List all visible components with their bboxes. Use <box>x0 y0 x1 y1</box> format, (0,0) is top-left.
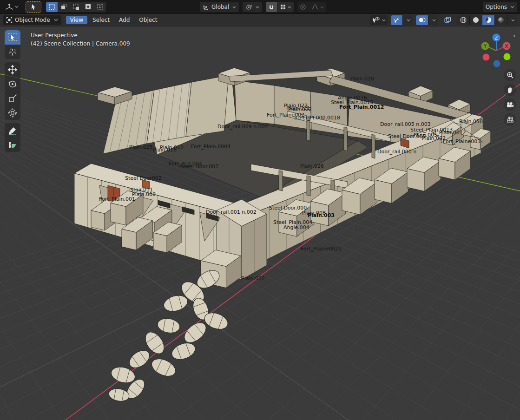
view-perspective-label: User Perspective <box>31 31 130 39</box>
toggle-orthographic-button[interactable] <box>504 113 516 126</box>
gizmo-x-label: X <box>505 44 508 49</box>
menu-item[interactable]: Select <box>88 16 114 24</box>
overlays-dropdown[interactable] <box>428 15 438 25</box>
mode-dropdown[interactable]: Object Mode <box>3 15 61 25</box>
chevron-down-icon <box>510 6 514 8</box>
gizmo-axis-y-neg[interactable] <box>504 53 511 60</box>
snap-toggle-button[interactable] <box>266 2 277 12</box>
object-label: Plain.025 <box>129 144 153 150</box>
show-object-types-dropdown[interactable] <box>370 15 388 25</box>
tool-measure-button[interactable] <box>5 138 20 152</box>
options-label: Options <box>486 4 507 10</box>
object-label: Plain.010 <box>160 144 184 151</box>
object-label: Steel Door.005 <box>388 133 426 139</box>
gizmo-z-label: Z <box>495 35 498 40</box>
tool-move-button[interactable] <box>5 62 20 77</box>
gizmos-dropdown[interactable] <box>403 15 413 25</box>
chevron-down-icon <box>382 19 386 21</box>
object-label: Steel Door.000 <box>269 205 307 211</box>
proportional-falloff-dropdown[interactable] <box>309 2 326 12</box>
chevron-down-icon <box>407 19 410 21</box>
tool-cursor-button[interactable] <box>5 45 20 59</box>
viewport-overlays-toggle[interactable] <box>416 15 428 25</box>
select-mode-invert-button[interactable] <box>82 2 94 12</box>
object-label: Fort_Plain.0004 <box>191 144 230 150</box>
tool-scale-button[interactable] <box>5 91 20 105</box>
object-label: Steel_Pl.000.0018 <box>294 115 340 121</box>
tool-select-box-button[interactable] <box>5 30 20 45</box>
toolbar <box>5 30 20 152</box>
object-label: Plain.020 <box>350 76 374 82</box>
proportional-editing-toggle[interactable] <box>297 2 309 12</box>
shading-material-preview-button[interactable] <box>482 15 495 25</box>
transform-orientation-dropdown[interactable]: Global <box>200 2 239 12</box>
object-label: Plain.003 <box>308 212 335 218</box>
editor-type-3d-viewport-icon <box>5 3 13 11</box>
topbar: Global <box>0 0 520 14</box>
3d-viewport[interactable]: User Perspective (42) Scene Collection |… <box>0 26 520 420</box>
object-label: Door_rail.009 n.004 <box>217 124 268 130</box>
active-collection-label: (42) Scene Collection | Camera.009 <box>31 39 130 48</box>
menu-item[interactable]: Object <box>135 16 161 24</box>
tool-rotate-button[interactable] <box>5 77 20 91</box>
object-label: Plain.026 <box>300 163 324 169</box>
falloff-curve-icon <box>311 4 319 10</box>
snap-target-grid-icon <box>280 4 286 10</box>
proportional-editing-icon <box>300 4 306 10</box>
blender-window: { "topbar": { "editor_icon": "editor-typ… <box>0 0 520 420</box>
gizmo-axis-z-neg[interactable] <box>494 60 500 67</box>
viewport-header: Object Mode ViewSelectAddObject <box>0 14 520 26</box>
select-mode-subtract-button[interactable] <box>70 2 82 12</box>
chevron-down-icon <box>288 6 291 8</box>
object-label: Door_rail.000 n <box>377 149 416 155</box>
viewport-gizmos-toggle[interactable] <box>391 15 403 25</box>
shading-wireframe-button[interactable] <box>457 15 470 25</box>
snap-target-dropdown[interactable] <box>277 2 294 12</box>
menu-item[interactable]: View <box>66 16 87 24</box>
select-box-tool-icon <box>30 3 37 11</box>
active-tool-select-box-button[interactable] <box>26 1 41 13</box>
chevron-down-icon <box>511 19 515 21</box>
chevron-down-icon <box>320 6 324 8</box>
viewport-nav-buttons <box>504 69 516 126</box>
shading-dropdown[interactable] <box>507 15 517 25</box>
viewport-info-overlay: User Perspective (42) Scene Collection |… <box>31 31 130 48</box>
gizmo-axis-x-neg[interactable] <box>483 54 490 61</box>
pivot-point-dropdown[interactable] <box>243 2 262 12</box>
zoom-button[interactable] <box>504 69 516 81</box>
shading-rendered-button[interactable] <box>495 15 507 25</box>
menu-item[interactable]: Add <box>115 16 134 24</box>
object-label: Fort_Plain.0012 <box>339 104 384 110</box>
select-mode-set-button[interactable] <box>46 2 58 12</box>
navigation-gizmo[interactable]: Z Y X <box>476 28 515 67</box>
sidebar-collapse-arrow[interactable]: ‹ <box>513 32 515 39</box>
object-label: Door_rail.001 n.002 <box>206 209 257 215</box>
options-dropdown[interactable]: Options <box>483 2 517 12</box>
chevron-down-icon <box>54 19 58 21</box>
pan-hand-button[interactable] <box>504 84 516 96</box>
snap-magnet-icon <box>268 4 275 10</box>
tool-annotate-button[interactable] <box>5 123 20 138</box>
select-mode-extend-button[interactable] <box>58 2 70 12</box>
chevron-down-icon <box>232 6 236 8</box>
scene-canvas <box>0 26 520 420</box>
shading-solid-button[interactable] <box>470 15 482 25</box>
pivot-point-icon <box>245 4 252 11</box>
orientation-global-icon <box>203 4 210 11</box>
select-mode-intersect-button[interactable] <box>94 2 106 12</box>
viewport-menus: ViewSelectAddObject <box>66 16 162 24</box>
mode-label: Object Mode <box>15 17 50 23</box>
tool-transform-button[interactable] <box>5 105 20 120</box>
xray-icon <box>444 16 452 24</box>
gizmos-icon <box>393 17 400 24</box>
editor-type-button[interactable] <box>3 2 21 12</box>
camera-view-button[interactable] <box>504 98 516 111</box>
object-label: Steel Door.007 <box>181 164 218 170</box>
object-label: Fort_Plaine003 <box>443 138 481 144</box>
orientation-label: Global <box>211 4 229 10</box>
toggle-xray-button[interactable] <box>441 15 454 25</box>
object-label: Fort_Plain.001 <box>99 196 135 202</box>
gizmo-y-label: Y <box>483 44 487 49</box>
object-label: Angle.004 <box>283 224 309 230</box>
chevron-down-icon <box>15 6 19 8</box>
